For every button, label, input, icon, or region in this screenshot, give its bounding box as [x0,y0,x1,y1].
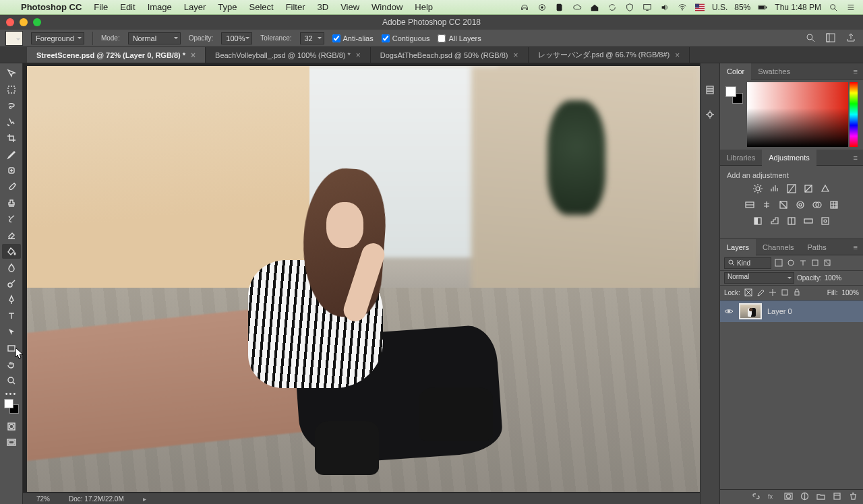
layer-visibility-icon[interactable] [724,307,734,316]
sync-icon[interactable] [607,2,618,13]
vibrance-icon[interactable] [820,183,831,195]
menu-help[interactable]: Help [409,2,439,12]
opacity-field[interactable]: 100% [221,32,252,44]
app-menu[interactable]: Photoshop CC [15,2,88,12]
tolerance-field[interactable]: 32 [300,32,324,44]
color-lookup-icon[interactable] [829,199,839,212]
home-icon[interactable] [589,2,600,13]
menu-select[interactable]: Select [243,2,279,12]
panel-fgbg-swatch[interactable] [725,86,743,104]
display-icon[interactable] [642,2,653,13]
pen-tool[interactable] [2,292,21,307]
brush-tool[interactable] [2,179,21,194]
volume-icon[interactable] [659,2,670,13]
color-balance-icon[interactable] [761,199,772,212]
close-tab-icon[interactable]: × [356,51,361,60]
history-brush-tool[interactable] [2,212,21,226]
blend-mode-dropdown[interactable]: Normal [128,32,181,44]
all-layers-checkbox[interactable]: All Layers [438,34,481,42]
layer-opacity-value[interactable]: 100% [825,274,842,282]
quick-mask-icon[interactable] [2,419,21,434]
posterize-icon[interactable] [769,216,780,228]
healing-tool[interactable] [2,163,21,178]
fill-source-dropdown[interactable]: Foreground [31,32,84,44]
layer-thumbnail[interactable] [739,303,762,319]
photo-filter-icon[interactable] [795,199,806,212]
tab-libraries[interactable]: Libraries [720,150,762,166]
minimize-window-icon[interactable] [20,18,28,26]
hue-slider[interactable] [850,82,858,147]
clock[interactable]: Thu 1:48 PM [775,3,821,12]
filter-type-icon[interactable] [798,258,808,267]
window-controls[interactable] [0,18,41,26]
menu-layer[interactable]: Layer [178,2,212,12]
filter-shape-icon[interactable] [810,258,820,267]
shield-icon[interactable] [624,2,635,13]
workspace-frame-icon[interactable] [825,32,836,44]
delete-layer-icon[interactable] [849,492,858,502]
rectangle-tool[interactable] [2,341,21,356]
lock-pixels-icon[interactable] [756,288,765,298]
layer-fill-value[interactable]: 100% [841,289,859,296]
tab-redpanda[interactable]: レッサーパンダ.psd @ 66.7% (RGB/8#)× [529,47,690,63]
search-icon[interactable] [805,32,816,44]
control-center-icon[interactable] [845,2,856,13]
layer-mask-icon[interactable] [784,492,793,502]
lock-position-icon[interactable] [769,288,777,298]
new-adjustment-icon[interactable] [800,492,809,502]
tab-adjustments[interactable]: Adjustments [762,150,816,166]
lock-transparent-icon[interactable] [744,288,752,298]
tab-channels[interactable]: Channels [756,239,800,255]
dodge-tool[interactable] [2,276,21,291]
invert-icon[interactable] [752,216,763,228]
layer-name[interactable]: Layer 0 [767,307,792,315]
lock-artboard-icon[interactable] [781,288,789,298]
screen-mode-icon[interactable] [2,435,21,450]
tab-streetscene[interactable]: StreetScene.psd @ 72% (Layer 0, RGB/8) *… [27,47,206,63]
tab-swatches[interactable]: Swatches [751,63,797,80]
cloud-icon[interactable] [572,2,583,13]
tab-color[interactable]: Color [720,63,751,80]
evernote-icon[interactable] [554,2,565,13]
quick-select-tool[interactable] [2,115,21,129]
properties-panel-icon[interactable] [705,109,715,123]
marquee-tool[interactable] [2,82,21,97]
black-white-icon[interactable] [778,199,789,212]
selective-color-icon[interactable] [820,216,831,228]
paint-bucket-tool[interactable] [2,244,21,259]
menu-filter[interactable]: Filter [280,2,311,12]
tab-layers[interactable]: Layers [720,239,756,255]
tab-beachvolleyball[interactable]: BeachVolleyball_.psd @ 100% (RGB/8) *× [206,47,371,63]
doc-info[interactable]: Doc: 17.2M/22.0M [69,495,124,503]
stamp-tool[interactable] [2,195,21,210]
type-tool[interactable] [2,309,21,323]
curves-icon[interactable] [786,183,797,195]
new-group-icon[interactable] [816,492,825,502]
tab-dogsatthebeach[interactable]: DogsAtTheBeach.psd @ 50% (RGB/8)× [371,47,529,63]
levels-icon[interactable] [769,183,780,195]
zoom-window-icon[interactable] [33,18,41,26]
layer-filter-kind[interactable]: Kind [724,257,771,269]
wifi-icon[interactable] [677,2,688,13]
panel-menu-icon[interactable]: ≡ [854,154,863,162]
antialias-checkbox[interactable]: Anti-alias [332,34,374,42]
panel-menu-icon[interactable]: ≡ [854,243,863,251]
filter-smart-icon[interactable] [823,258,832,267]
exposure-icon[interactable] [803,183,814,195]
menu-3d[interactable]: 3D [311,2,335,12]
layer-fx-icon[interactable]: fx [768,492,777,502]
document-canvas[interactable] [27,66,700,492]
menu-edit[interactable]: Edit [114,2,141,12]
menu-view[interactable]: View [334,2,365,12]
history-panel-icon[interactable] [705,85,715,98]
menu-image[interactable]: Image [142,2,178,12]
spotlight-icon[interactable] [828,2,839,13]
layer-blend-dropdown[interactable]: Normal [724,272,794,284]
blur-tool[interactable] [2,260,21,275]
battery-icon[interactable] [757,2,768,13]
foreground-background-swatch[interactable] [4,399,19,414]
move-tool[interactable] [2,66,21,81]
contiguous-checkbox[interactable]: Contiguous [382,34,430,42]
share-icon[interactable] [845,32,856,44]
filter-adjust-icon[interactable] [786,258,796,267]
